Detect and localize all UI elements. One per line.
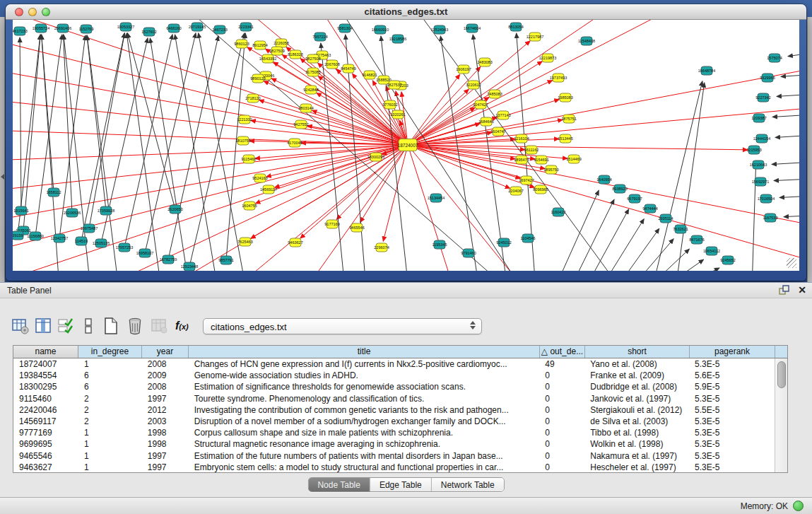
graph-node[interactable]: 8471676 [689,235,704,244]
graph-node[interactable]: 1810755 [235,136,250,145]
graph-node[interactable]: 9329966 [760,74,775,82]
graph-node[interactable]: 1575074 [767,54,782,62]
table-vertical-scrollbar[interactable] [775,358,787,472]
graph-node[interactable]: 9177169 [324,220,339,228]
graph-node[interactable]: 9890123 [250,74,265,83]
graph-node[interactable]: 1467233 [212,25,227,34]
graph-node[interactable]: 8096965 [533,185,548,194]
graph-node[interactable]: 16210643 [750,160,767,169]
graph-node[interactable]: 7625463 [237,238,252,246]
tab-edge-table[interactable]: Edge Table [370,478,432,491]
graph-node[interactable]: 1320261 [390,110,405,119]
table-selector-dropdown[interactable]: citations_edges.txt [203,318,482,334]
delete-table-icon[interactable] [126,317,144,335]
graph-node[interactable]: 2935114 [658,214,673,223]
graph-node[interactable]: 9245012 [496,238,511,247]
graph-node[interactable]: 9242848 [303,86,318,94]
graph-node[interactable]: 3220612 [466,81,481,89]
graph-node[interactable]: 9463627 [288,238,302,247]
table-row[interactable]: 911546021997Tourette syndrome. Phenomeno… [13,393,775,404]
graph-node[interactable]: 1527602 [141,28,156,36]
table-row[interactable]: 1872400712008Changes of HCN gene express… [13,358,775,370]
graph-node[interactable]: 9857791 [218,256,233,264]
table-row[interactable]: 1456911722003Disruption of a novel membe… [13,416,775,427]
graph-node[interactable]: 7957224 [312,33,327,41]
graph-node[interactable]: 9860123 [234,40,249,48]
graph-node[interactable]: 9791460 [461,249,476,257]
column-header-title[interactable]: title [189,346,540,358]
graph-node[interactable]: 3215953 [746,146,761,154]
right-panel-strip[interactable] [807,17,812,282]
panel-collapse-handle-icon[interactable] [1,174,4,180]
column-chooser-icon[interactable] [34,317,52,335]
graph-node[interactable]: 9115460 [241,155,256,163]
graph-node[interactable]: 2067608 [324,60,339,69]
column-header-name[interactable]: name [13,346,78,358]
graph-node[interactable]: 1167533 [763,214,777,222]
graph-node[interactable]: 10053327 [117,23,134,31]
graph-node[interactable]: 12444154 [753,134,770,143]
graph-node[interactable]: 8454749 [341,64,355,73]
graph-node[interactable]: 3175085 [305,68,320,76]
graph-node[interactable]: 9427552 [293,120,308,129]
graph-node[interactable]: 17957253 [116,243,133,252]
graph-node[interactable]: 16782759 [160,255,177,264]
scrollbar-thumb[interactable] [777,361,786,388]
graph-node[interactable]: 12923448 [181,262,198,271]
graph-node[interactable]: 9827508 [305,54,320,63]
network-canvas[interactable]: 1872400746172331905572420691406115276910… [13,20,799,271]
graph-node[interactable]: 17016504 [758,194,775,203]
table-row[interactable]: 969969511998Structural magnetic resonanc… [13,438,775,450]
column-header-in_degree[interactable]: in_degree [78,346,142,358]
table-row[interactable]: 946554611997Estimation of the future num… [13,450,775,462]
graph-node[interactable]: 11156869 [27,232,44,240]
graph-node[interactable]: 17359928 [98,206,114,215]
graph-node[interactable]: 10654112 [703,247,720,255]
table-row[interactable]: 946362711997Embryonic stem cells: a mode… [13,462,775,472]
graph-node[interactable]: 16958107 [136,249,153,257]
graph-node[interactable]: 1604755 [242,201,257,210]
graph-node[interactable]: 114519 [75,237,88,245]
graph-node[interactable]: 7632621 [673,225,688,233]
graph-node[interactable]: 1195345 [432,240,447,249]
graph-node[interactable]: 20719145 [189,23,206,31]
graph-node[interactable]: 2223341 [238,23,253,31]
graph-node[interactable]: 1216104 [514,134,529,143]
graph-node[interactable]: 6679197 [627,194,642,203]
graph-node[interactable]: 1895475 [514,156,529,164]
column-header-year[interactable]: year [142,346,189,358]
graph-node[interactable]: 19218586 [389,35,406,43]
graph-node[interactable]: 1604747 [490,127,505,136]
graph-node[interactable]: 1514469 [566,155,581,163]
graph-node[interactable]: 1152769 [78,25,93,33]
column-header-out_de[interactable]: △ out_de... [540,346,585,358]
graph-node[interactable]: 8938923 [612,185,627,193]
graph-node[interactable]: 19055724 [33,24,49,33]
tab-node-table[interactable]: Node Table [308,478,370,491]
table-row[interactable]: 977716911998Corpus callosum shape and si… [13,427,775,438]
graph-node[interactable]: 2296074 [374,243,389,252]
column-header-short[interactable]: short [585,346,690,358]
graph-node[interactable]: 2803144 [298,104,313,112]
select-rows-icon[interactable] [57,317,75,335]
graph-node[interactable]: 1875751 [561,115,576,123]
graph-node[interactable]: 9146821 [362,71,377,79]
graph-node[interactable]: 1209387 [751,114,766,122]
graph-node[interactable]: 9776032 [382,100,397,109]
graph-node[interactable]: 8186328 [288,50,302,59]
graph-node[interactable]: 1895750 [543,165,558,174]
graph-nodes[interactable]: 1872400746172331905572420691406115276910… [13,23,782,271]
graph-node[interactable]: 1906197 [456,65,471,74]
graph-node[interactable]: 1985083 [558,93,572,102]
graph-node[interactable]: 1047427 [473,100,488,109]
table-row[interactable]: 1938455462009Genome-wide association stu… [13,370,775,381]
graph-node[interactable]: 1640954 [596,175,611,184]
canvas-resize-grip-icon[interactable] [787,258,796,268]
graph-node[interactable]: 14569117 [260,185,277,194]
graph-node[interactable]: 1915641 [13,206,28,215]
graph-node[interactable]: 2620650 [167,205,182,214]
graph-node[interactable]: 1611162 [524,146,539,154]
graph-node[interactable]: 9524163 [252,174,267,182]
graph-node[interactable]: 9465546 [349,223,364,232]
graph-node[interactable]: 1697427 [519,176,534,185]
